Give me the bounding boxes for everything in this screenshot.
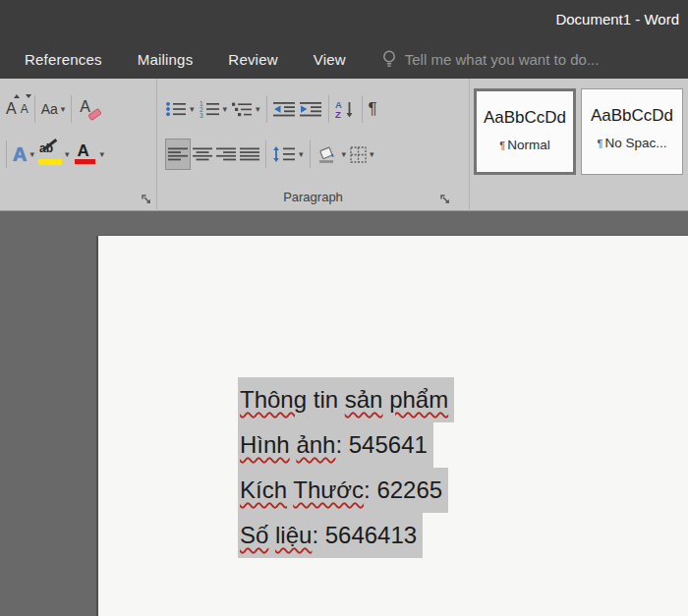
lightbulb-icon bbox=[381, 49, 397, 70]
font-color-button[interactable]: A ▾ bbox=[72, 139, 107, 170]
misspelled-word: sản bbox=[345, 386, 383, 413]
bullets-icon bbox=[165, 100, 187, 118]
borders-button[interactable]: ▾ bbox=[348, 139, 376, 170]
font-color-icon: A bbox=[74, 141, 97, 167]
multilevel-list-icon bbox=[231, 100, 253, 118]
style-name: ¶No Spac... bbox=[582, 136, 682, 150]
misspelled-word: liệu bbox=[275, 522, 312, 548]
align-left-icon bbox=[168, 147, 188, 161]
separator bbox=[328, 95, 329, 123]
tab-review[interactable]: Review bbox=[228, 51, 277, 68]
font-color-bar bbox=[75, 159, 95, 164]
font-group: A A Aa ▾ A bbox=[0, 79, 157, 211]
bullets-button[interactable]: ▾ bbox=[163, 93, 197, 125]
increase-indent-icon bbox=[300, 100, 322, 118]
style-preview: AaBbCcDd bbox=[582, 106, 682, 126]
dropdown-arrow-icon: ▾ bbox=[65, 150, 70, 159]
separator bbox=[34, 95, 35, 123]
tab-view[interactable]: View bbox=[314, 51, 346, 68]
misspelled-word: Số bbox=[240, 522, 268, 548]
tell-me-label: Tell me what you want to do... bbox=[405, 51, 600, 68]
show-hide-formatting-button[interactable]: ¶ bbox=[367, 93, 379, 125]
text-effects-icon: A bbox=[13, 144, 27, 164]
increase-indent-button[interactable] bbox=[298, 93, 324, 125]
pilcrow-icon: ¶ bbox=[499, 140, 505, 151]
misspelled-word: Kích bbox=[240, 476, 287, 503]
style-card-normal[interactable]: AaBbCcDd ¶Normal bbox=[474, 88, 576, 175]
clear-formatting-button[interactable]: A bbox=[76, 93, 103, 125]
window-title: Document1 - Word bbox=[555, 11, 679, 28]
style-preview: AaBbCcDd bbox=[477, 108, 573, 128]
svg-text:3: 3 bbox=[200, 112, 203, 118]
document-area: Thông tin sản phẩmHình ảnh: 545641Kích T… bbox=[0, 211, 688, 616]
separator bbox=[362, 95, 363, 123]
style-card-no-spacing[interactable]: AaBbCcDd ¶No Spac... bbox=[581, 88, 683, 175]
document-line[interactable]: Số liệu: 5646413 bbox=[238, 513, 423, 558]
misspelled-word: ảnh bbox=[296, 431, 335, 458]
borders-icon bbox=[350, 146, 367, 163]
decrease-indent-icon bbox=[273, 100, 296, 118]
dropdown-arrow-icon: ▾ bbox=[100, 150, 105, 159]
document-line[interactable]: Hình ảnh: 545641 bbox=[238, 422, 433, 468]
dropdown-arrow-icon: ▾ bbox=[256, 105, 260, 114]
separator bbox=[266, 95, 267, 123]
text-highlight-color-button[interactable]: ab ▾ bbox=[36, 139, 72, 170]
multilevel-list-button[interactable]: ▾ bbox=[229, 93, 262, 125]
dropdown-arrow-icon: ▾ bbox=[299, 150, 304, 159]
sort-icon: A Z bbox=[335, 99, 356, 119]
line-spacing-icon bbox=[272, 145, 296, 163]
align-center-button[interactable] bbox=[191, 139, 214, 170]
text-effects-button[interactable]: A ▾ bbox=[11, 139, 36, 170]
paint-bucket-icon bbox=[316, 145, 339, 164]
misspelled-word: phẩm bbox=[389, 386, 448, 413]
paragraph-group: ▾ 1 2 3 ▾ ▾ bbox=[157, 79, 470, 211]
separator bbox=[310, 140, 311, 168]
justify-button[interactable] bbox=[238, 139, 261, 170]
styles-group: AaBbCcDd ¶Normal AaBbCcDd ¶No Spac... bbox=[470, 79, 688, 211]
dropdown-arrow-icon: ▾ bbox=[61, 105, 66, 114]
numbering-icon: 1 2 3 bbox=[199, 100, 220, 118]
justify-icon bbox=[240, 147, 259, 161]
document-line[interactable]: Kích Thước: 62265 bbox=[238, 468, 448, 513]
change-case-button[interactable]: Aa ▾ bbox=[39, 93, 68, 125]
tab-references[interactable]: References bbox=[25, 51, 102, 68]
align-left-button[interactable] bbox=[165, 139, 191, 170]
tab-mailings[interactable]: Mailings bbox=[138, 51, 194, 68]
paragraph-dialog-launcher[interactable] bbox=[440, 195, 451, 205]
dropdown-arrow-icon: ▾ bbox=[370, 150, 374, 159]
separator bbox=[71, 95, 72, 123]
tell-me-box[interactable]: Tell me what you want to do... bbox=[381, 49, 600, 70]
highlight-color-bar bbox=[38, 159, 62, 165]
separator bbox=[6, 140, 7, 168]
clear-formatting-icon: A bbox=[78, 96, 101, 122]
pilcrow-icon: ¶ bbox=[598, 138, 603, 149]
dropdown-arrow-icon: ▾ bbox=[342, 150, 347, 159]
pilcrow-icon: ¶ bbox=[369, 99, 377, 119]
paragraph-group-label: Paragraph bbox=[157, 190, 469, 204]
decrease-indent-button[interactable] bbox=[271, 93, 298, 125]
shading-button[interactable]: ▾ bbox=[315, 139, 349, 170]
misspelled-word: Hình bbox=[240, 431, 290, 458]
style-name: ¶Normal bbox=[477, 138, 573, 152]
document-line[interactable]: Thông tin sản phẩm bbox=[238, 377, 454, 422]
align-right-button[interactable] bbox=[214, 139, 238, 170]
misspelled-word: Thước bbox=[293, 476, 364, 503]
selected-text-block: Thông tin sản phẩmHình ảnh: 545641Kích T… bbox=[238, 377, 454, 558]
align-right-icon bbox=[216, 147, 236, 161]
sort-button[interactable]: A Z bbox=[333, 93, 358, 125]
shrink-font-caret-icon bbox=[26, 94, 31, 98]
misspelled-word: Thông bbox=[240, 386, 307, 413]
font-dialog-launcher[interactable] bbox=[142, 195, 152, 205]
highlighter-icon: ab bbox=[38, 141, 62, 167]
document-page[interactable]: Thông tin sản phẩmHình ảnh: 545641Kích T… bbox=[98, 236, 688, 616]
shrink-font-button[interactable]: A bbox=[19, 93, 30, 125]
dropdown-arrow-icon: ▾ bbox=[190, 105, 195, 114]
line-spacing-button[interactable]: ▾ bbox=[270, 139, 306, 170]
dropdown-arrow-icon: ▾ bbox=[29, 150, 34, 159]
numbering-button[interactable]: 1 2 3 ▾ bbox=[197, 93, 230, 125]
word-window: Document1 - Word References Mailings Rev… bbox=[0, 0, 688, 616]
ribbon-tab-bar: References Mailings Review View Tell me … bbox=[0, 39, 688, 79]
grow-font-button[interactable]: A bbox=[4, 93, 19, 125]
svg-text:Z: Z bbox=[335, 109, 341, 119]
separator bbox=[265, 140, 266, 168]
